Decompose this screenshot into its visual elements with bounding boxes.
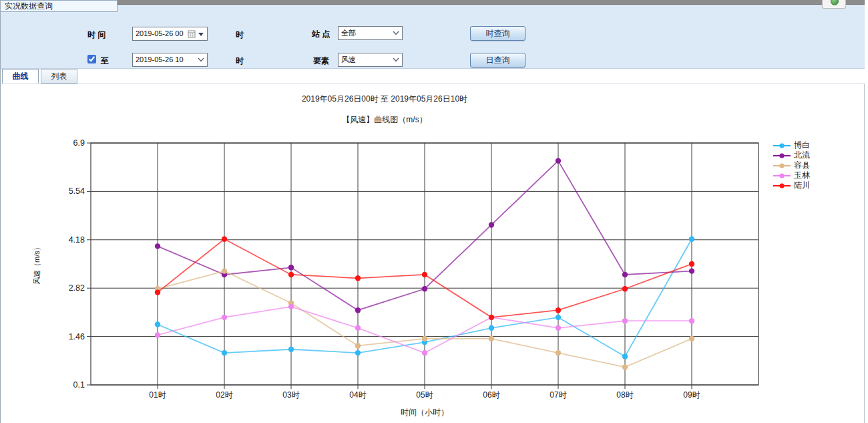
legend-item: 博白: [773, 140, 810, 150]
chevron-down-icon: [393, 57, 399, 62]
station-label: 站 点: [312, 29, 330, 40]
end-time-select[interactable]: 2019-05-26 10: [132, 53, 208, 67]
window-top-strip: [118, 0, 865, 5]
window-chrome-notch: [822, 0, 846, 9]
chevron-down-icon: [393, 31, 399, 35]
svg-text:01时: 01时: [149, 390, 166, 400]
svg-text:风速（m/s）: 风速（m/s）: [33, 243, 41, 285]
dropdown-arrow-icon[interactable]: [198, 31, 204, 37]
legend-marker-icon: [773, 172, 791, 179]
time-label: 时 间: [87, 29, 105, 41]
element-label: 要素: [313, 55, 329, 67]
legend-marker-icon: [773, 182, 791, 189]
legend-item: 玉林: [773, 170, 810, 180]
legend-label: 陆川: [794, 180, 810, 191]
station-value: 全部: [341, 27, 391, 39]
chevron-down-icon: [198, 57, 204, 62]
page-title: 实况数据查询: [1, 0, 118, 12]
to-label: 至: [101, 55, 109, 67]
legend-item: 陆川: [773, 180, 810, 190]
start-time-value: 2019-05-26 00: [136, 27, 188, 40]
status-green-icon[interactable]: [831, 0, 839, 5]
tab-curve[interactable]: 曲线: [2, 69, 39, 84]
day-query-button[interactable]: 日查询: [470, 53, 525, 67]
legend-marker-icon: [773, 162, 791, 169]
hour-query-button[interactable]: 时查询: [470, 26, 525, 41]
svg-text:09时: 09时: [683, 390, 700, 400]
start-time-input[interactable]: 2019-05-26 00: [132, 27, 208, 41]
legend-item: 容县: [773, 160, 810, 170]
svg-text:时间（小时）: 时间（小时）: [401, 408, 449, 417]
svg-text:08时: 08时: [616, 390, 633, 400]
calendar-icon[interactable]: [188, 30, 196, 38]
svg-text:07时: 07时: [550, 390, 566, 400]
svg-text:0.1: 0.1: [73, 380, 85, 390]
svg-text:2.82: 2.82: [69, 283, 85, 293]
svg-text:05时: 05时: [416, 390, 433, 400]
wind-speed-line-chart: 0.11.462.824.185.546.901时02时03时04时05时06时…: [1, 131, 868, 423]
hour-suffix-2: 时: [236, 55, 244, 67]
svg-text:03时: 03时: [282, 390, 299, 400]
station-select[interactable]: 全部: [338, 26, 403, 40]
svg-text:6.9: 6.9: [73, 138, 85, 148]
tab-list[interactable]: 列表: [41, 69, 77, 84]
legend-item: 北流: [773, 150, 810, 160]
element-select[interactable]: 风速: [338, 53, 403, 67]
to-checkbox[interactable]: [87, 55, 96, 63]
chart-legend: 博白 北流 容县 玉林 陆川: [773, 140, 810, 190]
chart-date-range-title: 2019年05月26日00时 至 2019年05月26日10时: [1, 94, 769, 105]
chart-subtitle: 【风速】曲线图（m/s）: [1, 114, 769, 126]
legend-marker-icon: [773, 152, 791, 159]
realtime-data-query-window: { "window": { "title": "实况数据查询" }, "quer…: [0, 0, 868, 423]
svg-text:4.18: 4.18: [69, 235, 85, 245]
svg-text:5.54: 5.54: [69, 186, 85, 196]
legend-marker-icon: [773, 142, 791, 149]
svg-text:1.46: 1.46: [69, 332, 85, 341]
svg-text:04时: 04时: [349, 390, 366, 400]
end-time-value: 2019-05-26 10: [136, 53, 196, 66]
svg-text:06时: 06时: [483, 390, 499, 400]
element-value: 风速: [341, 53, 391, 66]
chart-panel: 2019年05月26日00时 至 2019年05月26日10时 【风速】曲线图（…: [1, 84, 865, 423]
query-panel: 时 间 2019-05-26 00 时 站 点 全部 时查询 至 2019-05…: [1, 5, 865, 69]
svg-text:02时: 02时: [216, 390, 232, 400]
view-tabbar: 曲线 列表: [1, 69, 865, 84]
hour-suffix-1: 时: [236, 29, 244, 41]
